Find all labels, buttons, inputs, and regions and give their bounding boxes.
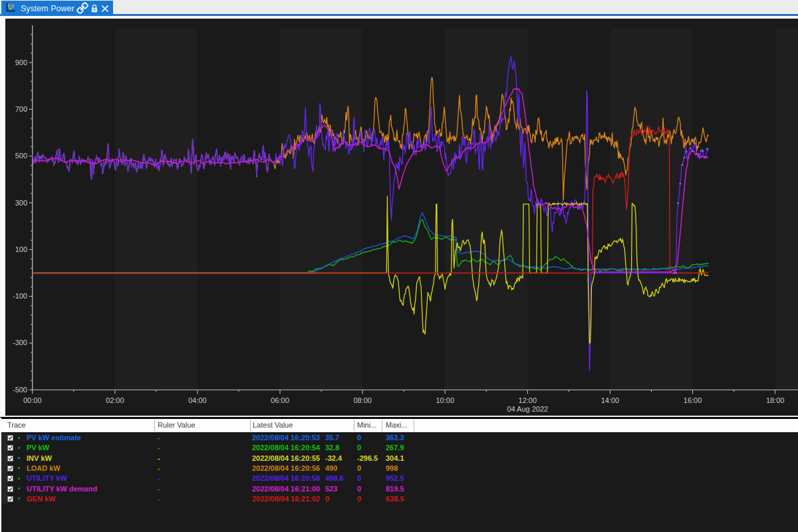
- svg-text:-300: -300: [13, 338, 27, 346]
- svg-text:900: 900: [15, 59, 27, 66]
- svg-text:08:00: 08:00: [353, 396, 372, 404]
- svg-text:300: 300: [15, 199, 27, 207]
- svg-text:700: 700: [15, 105, 27, 113]
- svg-text:-500: -500: [13, 386, 27, 394]
- svg-text:04 Aug 2022: 04 Aug 2022: [507, 405, 548, 413]
- svg-text:02:00: 02:00: [106, 396, 124, 404]
- svg-text:500: 500: [15, 152, 27, 160]
- svg-text:00:00: 00:00: [23, 396, 42, 404]
- svg-text:06:00: 06:00: [271, 396, 289, 404]
- svg-text:-100: -100: [13, 292, 27, 300]
- svg-text:12:00: 12:00: [519, 396, 537, 404]
- svg-text:18:00: 18:00: [766, 396, 785, 404]
- svg-text:04:00: 04:00: [188, 396, 207, 404]
- svg-text:16:00: 16:00: [684, 396, 702, 404]
- svg-text:10:00: 10:00: [436, 396, 454, 404]
- svg-text:14:00: 14:00: [601, 396, 620, 404]
- svg-text:100: 100: [15, 245, 27, 253]
